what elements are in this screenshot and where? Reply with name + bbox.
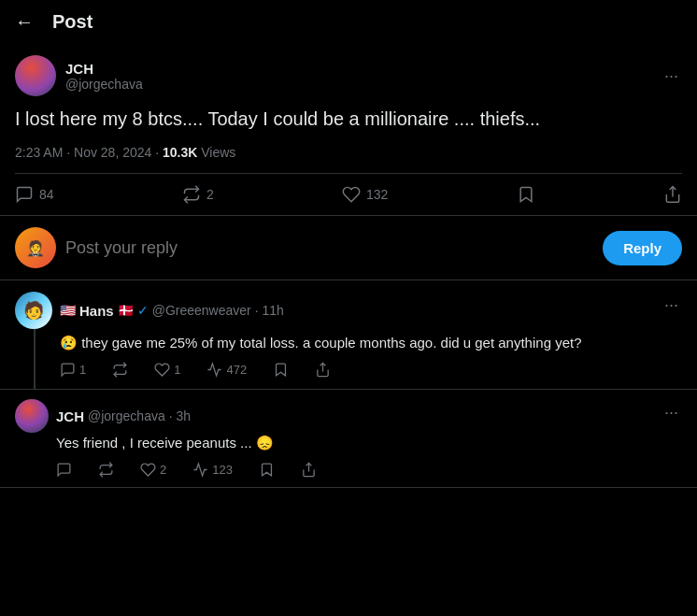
nested-reply-action[interactable] — [56, 462, 72, 478]
nested-comment-actions: 2 123 — [56, 462, 682, 478]
nested-views-action[interactable]: 123 — [192, 462, 233, 478]
comment-handle: @Greeenweaver — [152, 303, 251, 318]
comment-retweet-action[interactable] — [112, 362, 128, 378]
reply-avatar-image: 🤵 — [15, 227, 56, 268]
user-info: JCH @jorgechava — [65, 61, 143, 92]
comment-count: 84 — [39, 187, 54, 202]
nested-time: · 3h — [169, 408, 191, 423]
avatar — [15, 55, 56, 96]
comment-more-button[interactable]: ··· — [661, 292, 682, 319]
post-meta: 2:23 AM · Nov 28, 2024 · 10.3K Views — [15, 145, 682, 160]
comment-like-count: 1 — [174, 363, 180, 377]
comment-reply-count: 1 — [79, 363, 86, 377]
comments-section: 🧑 🇺🇸 Hans 🇩🇰 ✓ @Greeenweaver · 11h ··· 😢… — [0, 280, 697, 488]
comment-like-action[interactable]: 1 — [154, 362, 180, 378]
more-options-button[interactable]: ··· — [661, 63, 682, 90]
flag-suffix: 🇩🇰 — [118, 303, 134, 318]
views-count: 10.3K — [163, 145, 197, 160]
comment-time: · 11h — [255, 303, 284, 318]
nested-user-details: JCH @jorgechava · 3h — [56, 408, 191, 424]
bookmark-icon — [517, 185, 535, 204]
retweet-action[interactable]: 2 — [182, 185, 214, 204]
page-title: Post — [52, 11, 92, 33]
back-button[interactable]: ← — [15, 11, 34, 33]
nested-views-count: 123 — [212, 463, 233, 477]
display-name: JCH — [65, 61, 143, 77]
like-count: 132 — [366, 187, 388, 202]
bookmark-icon-small — [273, 362, 289, 378]
comment-share-action[interactable] — [315, 362, 331, 378]
share-action[interactable] — [663, 185, 682, 204]
nested-comment-user: JCH @jorgechava · 3h — [15, 399, 191, 433]
verified-badge: ✓ — [137, 303, 149, 318]
thread-line — [34, 329, 36, 389]
header: ← Post — [0, 0, 697, 44]
nested-bookmark-icon — [259, 462, 275, 478]
nested-handle: @jorgechava — [88, 408, 165, 423]
nested-avatar — [15, 399, 49, 433]
post-content: I lost here my 8 btcs.... Today I could … — [15, 106, 682, 132]
nested-bookmark-action[interactable] — [259, 462, 275, 478]
nested-retweet-action[interactable] — [98, 462, 114, 478]
bookmark-action[interactable] — [517, 185, 535, 204]
nested-comment-body: Yes friend , I receive peanuts ... 😞 — [56, 433, 682, 478]
comment-user-details: 🇺🇸 Hans 🇩🇰 ✓ @Greeenweaver · 11h — [60, 303, 284, 319]
nested-share-action[interactable] — [301, 462, 317, 478]
comment-reply-action[interactable]: 1 — [60, 362, 86, 378]
comment-views-action[interactable]: 472 — [206, 362, 247, 378]
comment-action[interactable]: 84 — [15, 185, 54, 204]
nested-like-action[interactable]: 2 — [140, 462, 166, 478]
comment-body: 😢 they gave me 25% of my total loss. a c… — [60, 333, 682, 378]
nested-share-icon — [301, 462, 317, 478]
nested-display-name: JCH — [56, 408, 84, 424]
comment-display-name: Hans — [79, 303, 114, 319]
nested-comment-header: JCH @jorgechava · 3h ··· — [15, 399, 682, 433]
views-label: Views — [201, 145, 235, 160]
reply-area: 🤵 Reply — [0, 216, 697, 280]
user-handle: @jorgechava — [65, 77, 143, 92]
flag-prefix: 🇺🇸 — [60, 303, 76, 318]
comment-icon — [15, 185, 34, 204]
nested-comment-icon — [56, 462, 72, 478]
like-action[interactable]: 132 — [342, 185, 388, 204]
heart-icon — [342, 185, 361, 204]
comment-avatar: 🧑 — [15, 292, 52, 329]
comment: 🧑 🇺🇸 Hans 🇩🇰 ✓ @Greeenweaver · 11h ··· 😢… — [0, 280, 697, 390]
comment-text: 😢 they gave me 25% of my total loss. a c… — [60, 333, 682, 352]
heart-icon-small — [154, 362, 170, 378]
nested-views-icon — [192, 462, 208, 478]
main-post: JCH @jorgechava ··· I lost here my 8 btc… — [0, 44, 697, 216]
retweet-icon-small — [112, 362, 128, 378]
comment-header: 🧑 🇺🇸 Hans 🇩🇰 ✓ @Greeenweaver · 11h ··· — [15, 292, 682, 329]
post-header: JCH @jorgechava ··· — [15, 55, 682, 96]
retweet-count: 2 — [206, 187, 214, 202]
comment-user: 🧑 🇺🇸 Hans 🇩🇰 ✓ @Greeenweaver · 11h — [15, 292, 284, 329]
comment-icon-small — [60, 362, 76, 378]
comment-views-count: 472 — [226, 363, 247, 377]
nested-more-button[interactable]: ··· — [661, 399, 682, 426]
nested-comment-text: Yes friend , I receive peanuts ... 😞 — [56, 433, 682, 452]
post-user: JCH @jorgechava — [15, 55, 143, 96]
nested-comment: JCH @jorgechava · 3h ··· Yes friend , I … — [0, 390, 697, 488]
comment-bookmark-action[interactable] — [273, 362, 289, 378]
nested-like-count: 2 — [160, 463, 166, 477]
share-icon-small — [315, 362, 331, 378]
views-icon-small — [206, 362, 222, 378]
avatar-image — [15, 55, 56, 96]
reply-avatar: 🤵 — [15, 227, 56, 268]
share-icon — [663, 185, 682, 204]
retweet-icon — [182, 185, 201, 204]
reply-input[interactable] — [65, 238, 593, 258]
post-actions: 84 2 132 — [15, 174, 682, 204]
nested-retweet-icon — [98, 462, 114, 478]
reply-button[interactable]: Reply — [603, 231, 682, 265]
comment-actions: 1 1 — [60, 362, 682, 378]
post-timestamp: 2:23 AM · Nov 28, 2024 · — [15, 145, 159, 160]
nested-heart-icon — [140, 462, 156, 478]
